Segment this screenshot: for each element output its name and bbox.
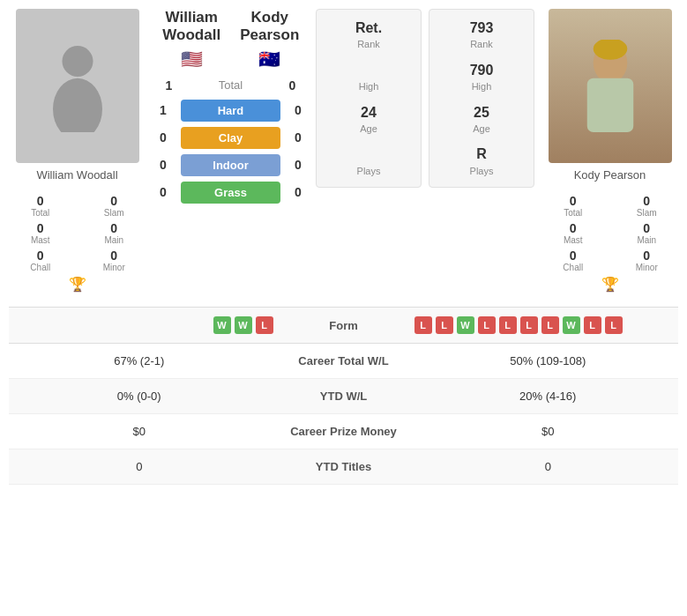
player2-trophy-icon: 🏆 [601,276,619,293]
player1-total: 0 Total [9,194,72,218]
player1-mast: 0 Mast [9,221,72,245]
prize-row: $0 Career Prize Money $0 [9,414,678,449]
player2-age-block: 25 Age [473,103,490,137]
player1-high-block: High [359,61,379,94]
player1-slam: 0 Slam [83,194,146,218]
form-badge-l1: L [256,316,273,334]
p2-form-w2: W [563,316,580,334]
hard-badge: Hard [181,100,280,122]
surface-rows: 1 Hard 0 0 Clay 0 0 Indoor 0 0 Grass [153,100,309,204]
player1-col: William Woodall 0 Total 0 Slam 0 Mast 0 … [9,9,146,293]
stats-table: 67% (2-1) Career Total W/L 50% (109-108)… [9,344,678,485]
surface-row-clay: 0 Clay 0 [153,127,309,149]
svg-rect-3 [586,78,633,132]
prize-label: Career Prize Money [256,425,432,438]
player2-titles: 0 [432,460,665,473]
player1-photo [16,9,139,163]
total-row: 1 Total 0 [153,78,309,93]
player1-name: William Woodall [36,168,117,182]
career-wl-label: Career Total W/L [256,354,432,367]
form-badge-w1: W [213,316,231,334]
player2-header-name-text: KodyPearson [231,9,310,45]
player2-minor: 0 Minor [616,249,679,272]
player2-rank-block: 793 Rank [470,19,494,52]
p2-form-l1: L [414,316,432,334]
player2-chall: 0 Chall [541,249,605,272]
career-wl-row: 67% (2-1) Career Total W/L 50% (109-108) [9,344,678,379]
player1-ytd-wl: 0% (0-0) [23,390,256,403]
player2-form: L L W L L L L W L L [388,316,665,334]
player2-flag: 🇦🇺 [231,48,310,70]
ytd-wl-label: YTD W/L [256,390,432,403]
player2-high-block: 790 High [470,61,494,94]
player2-stats: 0 Total 0 Slam 0 Mast 0 Main 0 Chall [541,194,678,272]
main-container: William Woodall 0 Total 0 Slam 0 Mast 0 … [0,0,687,494]
p2-form-l5: L [520,316,538,334]
svg-point-1 [53,78,102,132]
player2-name: Kody Pearson [574,168,646,182]
form-badge-w2: W [235,316,252,334]
total-score-left: 1 [159,78,180,93]
titles-row: 0 YTD Titles 0 [9,449,678,485]
top-grid: William Woodall 0 Total 0 Slam 0 Mast 0 … [9,9,678,293]
player1-flag: 🇺🇸 [153,48,231,70]
player2-info-panel: 793 Rank 790 High 25 Age R Plays [429,9,534,188]
surface-row-hard: 1 Hard 0 [153,100,309,122]
surface-row-grass: 0 Grass 0 [153,182,309,204]
surface-row-indoor: 0 Indoor 0 [153,154,309,176]
player1-titles: 0 [23,460,256,473]
player1-trophy-icon: 🏆 [69,276,86,293]
p2-form-w1: W [457,316,474,334]
p2-form-l3: L [478,316,496,334]
titles-label: YTD Titles [256,460,432,473]
player2-mast: 0 Mast [541,221,605,245]
player1-career-wl: 67% (2-1) [23,354,256,367]
p2-form-l6: L [541,316,559,334]
total-label: Total [187,78,275,92]
player1-info-panel: Ret. Rank High 24 Age Plays [316,9,422,188]
player2-slam: 0 Slam [616,194,679,218]
player1-main-trophy: 0 Main [83,221,146,245]
ytd-wl-row: 0% (0-0) YTD W/L 20% (4-16) [9,379,678,414]
player2-main: 0 Main [616,221,679,245]
p2-form-l4: L [499,316,517,334]
player2-header-name: KodyPearson 🇦🇺 [231,9,310,70]
player2-plays-block: R Plays [470,145,494,178]
total-score-right: 0 [282,78,303,93]
center-col: WilliamWoodall 🇺🇸 KodyPearson 🇦🇺 1 Total… [153,9,309,204]
p2-form-l7: L [584,316,601,334]
indoor-badge: Indoor [181,154,280,176]
player1-plays-block: Plays [357,145,381,178]
player1-chall: 0 Chall [9,249,72,272]
player1-form: W W L [23,316,300,334]
player1-minor: 0 Minor [83,249,146,272]
player1-prize: $0 [23,425,256,438]
player1-stats: 0 Total 0 Slam 0 Mast 0 Main 0 Chall [9,194,146,272]
player2-total: 0 Total [541,194,605,218]
player1-header-name: WilliamWoodall 🇺🇸 [153,9,231,70]
form-section: W W L Form L L W L L L L W L L [9,307,678,344]
player2-prize: $0 [432,425,665,438]
p2-form-l8: L [605,316,623,334]
form-label: Form [300,319,388,332]
clay-badge: Clay [181,127,280,149]
grass-badge: Grass [181,182,280,204]
player1-age-block: 24 Age [360,103,377,137]
player2-career-wl: 50% (109-108) [432,354,665,367]
player1-header-name-text: WilliamWoodall [153,9,231,45]
player2-col: Kody Pearson 0 Total 0 Slam 0 Mast 0 Mai… [541,9,678,293]
p2-form-l2: L [436,316,453,334]
player2-ytd-wl: 20% (4-16) [432,390,665,403]
player2-photo [549,9,672,163]
player1-rank-block: Ret. Rank [355,19,382,52]
svg-point-0 [62,46,93,77]
